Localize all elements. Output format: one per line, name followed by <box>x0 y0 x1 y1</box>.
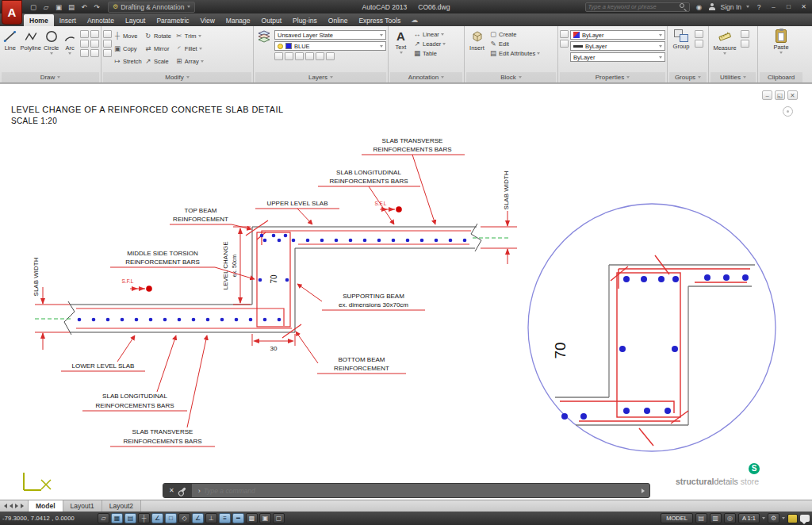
tab-parametric[interactable]: Parametric <box>151 14 194 26</box>
first-tab-icon[interactable] <box>4 504 7 508</box>
tab-output[interactable]: Output <box>256 14 288 26</box>
tool-edit-attributes[interactable]: ▤Edit Attributes <box>489 49 540 57</box>
tool-insert[interactable]: Insert <box>466 27 488 72</box>
panel-label-draw[interactable]: Draw <box>2 72 99 82</box>
modify-more-icon[interactable] <box>103 40 112 48</box>
transparency-toggle-icon[interactable]: ▩ <box>246 513 258 523</box>
tool-group[interactable]: Group <box>669 27 693 72</box>
drawing-area[interactable]: LEVEL CHANGE OF A REINFORCED CONCRETE SL… <box>0 83 812 500</box>
minimize-button[interactable]: – <box>768 3 779 10</box>
tool-circle[interactable]: Circle <box>43 27 60 72</box>
search-input[interactable] <box>588 3 680 10</box>
layer-properties-button[interactable] <box>255 27 273 72</box>
properties-more-icon[interactable] <box>560 40 569 48</box>
maximize-button[interactable]: □ <box>783 3 794 10</box>
tool-table[interactable]: ▦Table <box>413 49 446 57</box>
infer-constraints-toggle-icon[interactable]: ▱ <box>98 513 109 523</box>
command-history-icon[interactable] <box>642 489 645 493</box>
tab-layout1[interactable]: Layout1 <box>63 500 102 512</box>
panel-label-modify[interactable]: Modify <box>103 72 251 82</box>
tool-scale[interactable]: ↗Scale <box>144 55 173 67</box>
command-line[interactable]: ✕ › <box>163 483 650 498</box>
group-edit-icon[interactable] <box>695 40 703 48</box>
exchange-apps-icon[interactable]: ◉ <box>695 3 704 11</box>
grid-toggle-icon[interactable]: ▤ <box>124 513 136 523</box>
detail-circle-view[interactable]: 70 <box>528 204 776 451</box>
tool-line[interactable]: Line <box>2 27 19 72</box>
model-space-button[interactable]: MODEL <box>661 513 693 523</box>
panel-label-properties[interactable]: Properties <box>560 72 665 82</box>
undo-icon[interactable]: ↶ <box>79 3 89 11</box>
layer-dropdown[interactable]: BLUE <box>274 41 386 51</box>
dyn-toggle-icon[interactable]: ≡ <box>219 513 231 523</box>
command-close-icon[interactable]: ✕ <box>169 487 174 494</box>
tool-rotate[interactable]: ↻Rotate <box>144 29 173 42</box>
panel-label-block[interactable]: Block <box>466 72 556 82</box>
tool-move[interactable]: ┼Move <box>113 29 142 42</box>
draw-more-icon[interactable] <box>90 49 99 57</box>
workspace-settings-icon[interactable]: ⚙ <box>768 513 779 523</box>
ortho-toggle-icon[interactable]: ┼ <box>138 513 150 523</box>
tool-edit-block[interactable]: ✎Edit <box>489 40 540 48</box>
linetype-dropdown[interactable]: ByLayer <box>570 52 665 62</box>
help-icon[interactable]: ? <box>754 3 764 11</box>
last-tab-icon[interactable] <box>21 504 24 508</box>
tool-leader[interactable]: ↗Leader <box>413 40 446 48</box>
tool-polyline[interactable]: Polyline <box>21 27 41 72</box>
tab-layout[interactable]: Layout <box>120 14 151 26</box>
tool-trim[interactable]: ✂Trim <box>175 29 204 42</box>
layer-tool-icon[interactable] <box>326 52 335 60</box>
tab-annotate[interactable]: Annotate <box>82 14 120 26</box>
panel-label-groups[interactable]: Groups <box>669 72 707 82</box>
osnap-toggle-icon[interactable]: □ <box>165 513 177 523</box>
3dosnap-toggle-icon[interactable]: ◇ <box>178 513 190 523</box>
tool-mirror[interactable]: ⇄Mirror <box>144 42 173 55</box>
tab-plugins[interactable]: Plug-ins <box>287 14 323 26</box>
modify-more-icon[interactable] <box>103 49 112 57</box>
panel-label-clipboard[interactable]: Clipboard <box>760 72 802 82</box>
chevron-down-icon[interactable] <box>762 517 765 519</box>
selection-cycling-toggle-icon[interactable]: ▢ <box>273 513 285 523</box>
quick-select-icon[interactable] <box>741 30 749 38</box>
close-button[interactable]: ✕ <box>799 3 809 10</box>
next-tab-icon[interactable] <box>15 504 18 508</box>
panel-label-annotation[interactable]: Annotation <box>390 72 462 82</box>
polar-toggle-icon[interactable]: ∠ <box>151 513 163 523</box>
panel-label-layers[interactable]: Layers <box>255 72 386 82</box>
tab-express-tools[interactable]: Express Tools <box>353 14 406 26</box>
layer-tool-icon[interactable] <box>285 52 293 60</box>
layer-tool-icon[interactable] <box>295 52 304 60</box>
tool-arc[interactable]: Arc <box>61 27 79 72</box>
cleanscreen-icon[interactable] <box>800 515 810 522</box>
tab-home[interactable]: Home <box>24 14 54 26</box>
tool-array[interactable]: ⊞Array <box>175 55 204 67</box>
steering-wheel-icon[interactable]: ◎ <box>724 513 736 523</box>
command-customize-icon[interactable] <box>179 487 186 493</box>
plot-icon[interactable]: ▤ <box>67 3 76 11</box>
tool-copy[interactable]: ▣Copy <box>113 42 142 55</box>
draw-more-icon[interactable] <box>90 30 99 38</box>
quick-view-drawings-icon[interactable]: ▥ <box>710 513 722 523</box>
tab-manage[interactable]: Manage <box>220 14 256 26</box>
workspace-switcher[interactable]: ⚙ Drafting & Annotation <box>108 2 195 13</box>
save-icon[interactable]: ▣ <box>54 3 63 11</box>
otrack-toggle-icon[interactable]: ∠ <box>192 513 204 523</box>
tab-view[interactable]: View <box>195 14 220 26</box>
tool-fillet[interactable]: ◜Fillet <box>175 42 204 55</box>
layer-tool-icon[interactable] <box>316 52 324 60</box>
layer-tool-icon[interactable] <box>305 52 314 60</box>
prev-tab-icon[interactable] <box>10 504 13 508</box>
tool-paste[interactable]: Paste <box>768 27 795 72</box>
snap-toggle-icon[interactable]: ▦ <box>111 513 123 523</box>
new-file-icon[interactable]: ▢ <box>29 3 38 11</box>
ducs-toggle-icon[interactable]: ⊥ <box>205 513 217 523</box>
tab-insert[interactable]: Insert <box>54 14 82 26</box>
chevron-down-icon[interactable] <box>782 517 785 519</box>
autocad-app-button[interactable]: A <box>2 0 22 25</box>
tool-linear[interactable]: ↔Linear <box>413 30 446 38</box>
isolate-objects-icon[interactable] <box>787 514 798 523</box>
tool-stretch[interactable]: ↦Stretch <box>113 55 142 67</box>
tool-measure[interactable]: Measure <box>710 27 739 72</box>
panel-label-utilities[interactable]: Utilities <box>710 72 756 82</box>
layer-tool-icon[interactable] <box>274 52 283 60</box>
